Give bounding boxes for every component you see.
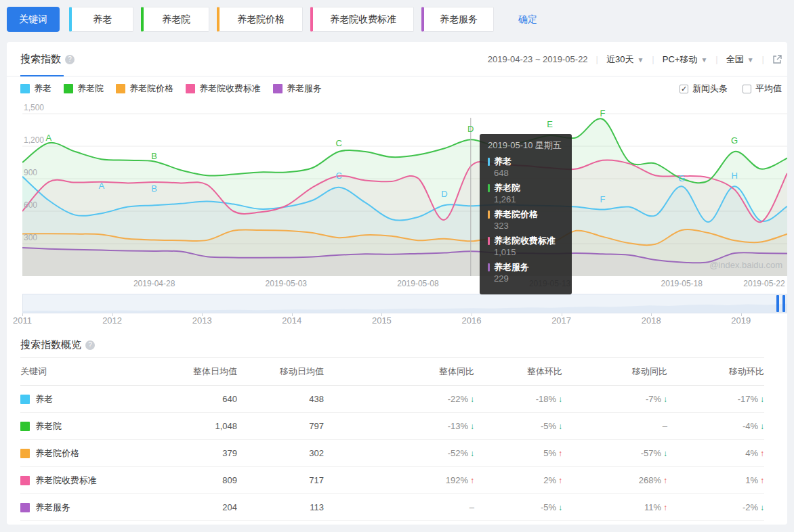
x-axis-tick-label: 2019-04-28 [133, 279, 175, 288]
chevron-down-icon: ▼ [701, 56, 707, 64]
active-tab-underline [20, 75, 64, 76]
news-marker-F[interactable]: F [600, 108, 605, 118]
news-marker-F[interactable]: F [600, 194, 605, 204]
checkbox-box[interactable]: ✓ [680, 85, 688, 93]
dropdown-region[interactable]: 全国▼ [726, 53, 754, 66]
tab-search-index[interactable]: 搜索指数? [20, 53, 75, 66]
tooltip-series-value: 229 [494, 273, 564, 284]
legend-item-3[interactable]: 养老院收费标准 [186, 83, 261, 95]
external-link-icon[interactable] [772, 55, 782, 64]
news-marker-E[interactable]: E [547, 119, 553, 129]
keyword-input-1[interactable]: 养老院 [141, 7, 209, 32]
tooltip-series-value: 648 [494, 168, 564, 179]
tooltip-series-name: 养老院收费标准 [494, 235, 556, 247]
avg-value-cell: 809 [169, 475, 237, 485]
keyword-color-chip [20, 395, 30, 404]
change-cell: -7%↓ [562, 394, 667, 404]
legend-item-2[interactable]: 养老院价格 [116, 83, 173, 95]
x-axis-tick-label: 2019-05-08 [397, 279, 438, 288]
keyword-name: 养老 [35, 393, 53, 405]
table-header-row: 关键词整体日均值移动日均值整体同比整体环比移动同比移动环比 [20, 357, 764, 386]
change-cell: -5%↓ [474, 421, 562, 431]
keyword-input-2[interactable]: 养老院价格 [217, 7, 303, 32]
chart-filter-controls: 2019-04-23 ~ 2019-05-22 | 近30天▼ | PC+移动▼… [488, 42, 782, 76]
news-marker-B[interactable]: B [151, 183, 157, 194]
news-marker-A[interactable]: A [46, 133, 52, 143]
timeline-year-label: 2017 [551, 315, 571, 326]
change-cell: 5%↑ [474, 448, 562, 458]
legend-label: 养老院价格 [129, 83, 173, 95]
timeline-range-handle-start[interactable] [776, 295, 779, 312]
legend-color-chip [186, 84, 195, 93]
table-row: 养老院1,048797-13%↓-5%↓–-4%↓ [20, 413, 764, 440]
dropdown-device[interactable]: PC+移动▼ [663, 53, 708, 66]
help-icon[interactable]: ? [85, 340, 95, 350]
change-cell: -4%↓ [667, 421, 764, 431]
keyword-input-4[interactable]: 养老服务 [421, 7, 494, 32]
tooltip-color-chip [488, 158, 490, 166]
avg-value-cell: 438 [237, 394, 324, 404]
tooltip-series-name: 养老院价格 [494, 208, 538, 221]
help-icon[interactable]: ? [65, 55, 75, 64]
news-marker-D[interactable]: D [467, 124, 474, 134]
keyword-bar: 关键词 养老养老院养老院价格养老院收费标准养老服务 确定 [7, 7, 537, 32]
avg-value-cell: 379 [169, 448, 237, 458]
timeline-year-label: 2018 [642, 315, 661, 326]
change-cell: 192%↑ [324, 475, 474, 485]
tooltip-color-chip [488, 210, 490, 219]
keyword-color-chip [20, 476, 30, 485]
y-axis-tick-label: 1,500 [24, 103, 44, 112]
timeline-year-label: 2012 [102, 315, 122, 326]
dropdown-time-range[interactable]: 近30天▼ [606, 53, 644, 66]
checkbox-label: 平均值 [755, 83, 782, 95]
news-marker-G[interactable]: G [731, 135, 738, 146]
news-marker-A[interactable]: A [98, 181, 104, 191]
news-marker-H[interactable]: H [731, 171, 737, 181]
checkbox-box[interactable] [743, 85, 751, 93]
arrow-up-icon: ↑ [760, 449, 764, 458]
y-axis-tick-label: 900 [24, 168, 37, 177]
change-cell: 4%↑ [667, 448, 764, 458]
keyword-input-3[interactable]: 养老院收费标准 [310, 7, 414, 32]
news-marker-G[interactable]: G [678, 173, 685, 183]
news-marker-D[interactable]: D [441, 189, 447, 199]
chevron-down-icon: ▼ [637, 56, 644, 64]
trend-chart-svg [22, 108, 787, 276]
news-marker-C[interactable]: C [335, 171, 341, 181]
legend-label: 养老院收费标准 [199, 83, 261, 95]
legend-item-0[interactable]: 养老 [20, 83, 51, 95]
tooltip-date: 2019-05-10 星期五 [488, 139, 564, 152]
change-cell: -2%↓ [667, 502, 764, 512]
news-marker-B[interactable]: B [151, 151, 157, 161]
legend-item-4[interactable]: 养老服务 [273, 83, 322, 95]
date-range-text[interactable]: 2019-04-23 ~ 2019-05-22 [488, 54, 588, 64]
arrow-down-icon: ↓ [760, 503, 764, 512]
confirm-link[interactable]: 确定 [518, 14, 537, 26]
keyword-color-chip [20, 422, 30, 431]
keyword-input-0[interactable]: 养老 [69, 7, 133, 32]
y-axis-tick-label: 300 [24, 233, 37, 242]
timeline-year-label: 2016 [462, 315, 482, 326]
overview-title: 搜索指数概览? [20, 338, 95, 351]
trend-chart[interactable]: 3006009001,2001,5002019-04-282019-05-032… [22, 108, 787, 288]
news-marker-C[interactable]: C [335, 138, 341, 148]
arrow-down-icon: ↓ [760, 422, 764, 431]
checkbox-news-headlines[interactable]: ✓新闻头条 [680, 83, 728, 95]
keyword-label-button[interactable]: 关键词 [7, 7, 60, 32]
tooltip-item: 养老648 [488, 156, 564, 179]
avg-value-cell: 204 [169, 502, 237, 512]
timeline-year-label: 2014 [282, 315, 301, 326]
chart-legend: 养老养老院养老院价格养老院收费标准养老服务 ✓新闻头条平均值 [20, 83, 782, 95]
checkbox-average[interactable]: 平均值 [743, 83, 782, 95]
change-cell: -13%↓ [324, 421, 474, 431]
tooltip-color-chip [488, 237, 490, 245]
timeline-range-handle-end[interactable] [782, 295, 785, 312]
change-cell: – [324, 502, 474, 512]
timeline-year-label: 2019 [731, 315, 751, 326]
change-cell: -22%↓ [324, 394, 474, 404]
legend-item-1[interactable]: 养老院 [64, 83, 104, 95]
keyword-name: 养老院 [35, 420, 62, 433]
watermark: @index.baidu.com [709, 260, 782, 270]
timeline-slider[interactable] [22, 294, 787, 313]
change-cell: -18%↓ [474, 394, 562, 404]
